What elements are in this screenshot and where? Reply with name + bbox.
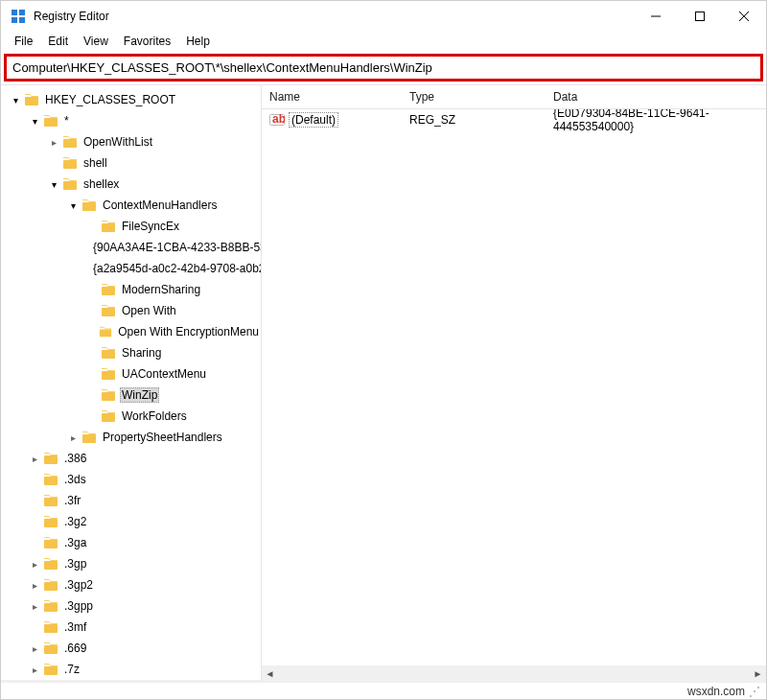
list-row[interactable]: ab (Default) REG_SZ {E0D79304-84BE-11CE-… [262,109,766,130]
svg-rect-26 [44,477,58,485]
svg-rect-10 [63,139,77,148]
menu-view[interactable]: View [76,33,116,50]
tree-item-d3gp[interactable]: .3gp [1,553,261,574]
svg-rect-28 [44,519,58,527]
titlebar: Registry Editor [1,1,766,32]
tree-item-d3ga[interactable]: .3ga [1,532,261,553]
list-hscroll[interactable]: ◄ ► [262,665,766,682]
menu-edit[interactable]: Edit [40,33,76,50]
scroll-left-icon[interactable]: ◄ [262,665,278,682]
chevron-down-icon[interactable] [47,179,60,190]
tree-item-label: .3ga [62,535,88,550]
tree-item-propertysheethandlers[interactable]: PropertySheetHandlers [1,427,261,448]
status-text: wsxdn.com [687,685,745,698]
close-button[interactable] [722,1,766,32]
scroll-right-icon[interactable]: ► [244,680,261,682]
chevron-right-icon[interactable] [28,454,41,464]
svg-rect-13 [82,202,96,211]
tree-item-shell[interactable]: shell [1,152,261,174]
svg-rect-19 [100,329,111,337]
tree-item-guid1[interactable]: {90AA3A4E-1CBA-4233-B8BB-535773D48449} [1,237,261,258]
svg-rect-25 [44,455,58,464]
tree-item-d3fr[interactable]: .3fr [1,490,261,511]
tree-hscroll[interactable]: ◄ ► [1,680,261,682]
menu-favorites[interactable]: Favorites [116,33,178,50]
minimize-button[interactable] [634,1,678,32]
svg-rect-0 [12,10,17,15]
tree-item-modernsharing[interactable]: ModernSharing [1,279,261,300]
tree-item-filesyncex[interactable]: FileSyncEx [1,216,261,237]
tree-item-star[interactable]: * [1,110,261,131]
tree-item-label: ModernSharing [120,282,202,297]
chevron-right-icon[interactable] [28,643,41,654]
svg-rect-24 [82,434,96,443]
tree-item-openwithlist[interactable]: OpenWithList [1,131,261,152]
tree-item-label: shellex [81,176,121,192]
tree-item-root[interactable]: HKEY_CLASSES_ROOT [1,89,261,110]
chevron-right-icon[interactable] [28,580,41,591]
tree-item-shellex[interactable]: shellex [1,174,261,195]
tree-item-openwithenc[interactable]: Open With EncryptionMenu [1,321,261,342]
svg-rect-33 [44,624,58,633]
chevron-right-icon[interactable] [66,432,80,443]
scroll-left-icon[interactable]: ◄ [1,680,17,682]
tree-item-label: .7z [62,662,81,677]
menu-help[interactable]: Help [178,33,218,50]
status-bar: wsxdn.com ⋰ [1,682,766,699]
tree-item-label: WinZip [120,387,159,403]
tree-item-d3mf[interactable]: .3mf [1,617,261,638]
svg-rect-12 [63,181,77,190]
tree-item-label: OpenWithList [81,134,154,150]
menu-file[interactable]: File [7,33,40,50]
svg-rect-22 [102,392,115,401]
svg-rect-18 [102,308,115,316]
chevron-right-icon[interactable] [28,601,41,612]
tree-item-label: .3gp2 [62,577,95,593]
tree-item-openwith[interactable]: Open With [1,300,261,321]
tree-item-label: {90AA3A4E-1CBA-4233-B8BB-535773D48449} [91,240,262,255]
tree-item-d3ds[interactable]: .3ds [1,469,261,490]
tree-item-guid2[interactable]: {a2a9545d-a0c2-42b4-9708-a0b2badd77c8} [1,258,261,279]
registry-editor-window: Registry Editor File Edit View Favorites… [0,0,767,700]
tree-item-d7z[interactable]: .7z [1,659,261,680]
tree-item-d3g2[interactable]: .3g2 [1,511,261,532]
chevron-down-icon[interactable] [66,200,80,211]
svg-rect-34 [44,645,58,654]
value-type: REG_SZ [402,111,546,128]
address-bar[interactable]: Computer\HKEY_CLASSES_ROOT\*\shellex\Con… [4,54,763,82]
chevron-down-icon[interactable] [9,95,22,105]
tree-pane[interactable]: HKEY_CLASSES_ROOT*OpenWithListshellshell… [1,85,262,682]
chevron-right-icon[interactable] [28,665,41,675]
tree-item-d386[interactable]: .386 [1,448,261,469]
app-icon [11,9,26,24]
list-body[interactable]: ab (Default) REG_SZ {E0D79304-84BE-11CE-… [262,109,766,665]
svg-rect-1 [19,10,25,15]
tree-item-label: .669 [62,641,88,656]
tree-item-d669[interactable]: .669 [1,638,261,659]
tree-item-label: * [62,113,71,128]
tree-item-winzip[interactable]: WinZip [1,385,261,406]
resize-grip-icon[interactable]: ⋰ [749,685,760,698]
tree-item-cmh[interactable]: ContextMenuHandlers [1,195,261,216]
column-type[interactable]: Type [402,86,546,107]
tree-item-d3gpp[interactable]: .3gpp [1,595,261,617]
chevron-right-icon[interactable] [28,559,41,570]
tree-item-workfolders[interactable]: WorkFolders [1,406,261,427]
svg-text:ab: ab [272,112,285,126]
scroll-right-icon[interactable]: ► [750,665,766,682]
tree-item-sharing[interactable]: Sharing [1,342,261,363]
tree-item-label: Open With [120,303,178,318]
maximize-button[interactable] [678,1,722,32]
window-title: Registry Editor [34,10,634,23]
address-bar-container: Computer\HKEY_CLASSES_ROOT\*\shellex\Con… [1,51,766,84]
tree-item-d3gp2[interactable]: .3gp2 [1,574,261,595]
chevron-right-icon[interactable] [47,137,60,148]
svg-rect-31 [44,582,58,591]
column-data[interactable]: Data [546,86,766,107]
column-name[interactable]: Name [262,86,402,107]
tree-item-uacontextmenu[interactable]: UAContextMenu [1,363,261,385]
tree-item-label: Open With EncryptionMenu [116,324,261,339]
split-panes: HKEY_CLASSES_ROOT*OpenWithListshellshell… [1,84,766,682]
tree-item-label: .3gp [62,556,88,572]
chevron-down-icon[interactable] [28,116,41,127]
